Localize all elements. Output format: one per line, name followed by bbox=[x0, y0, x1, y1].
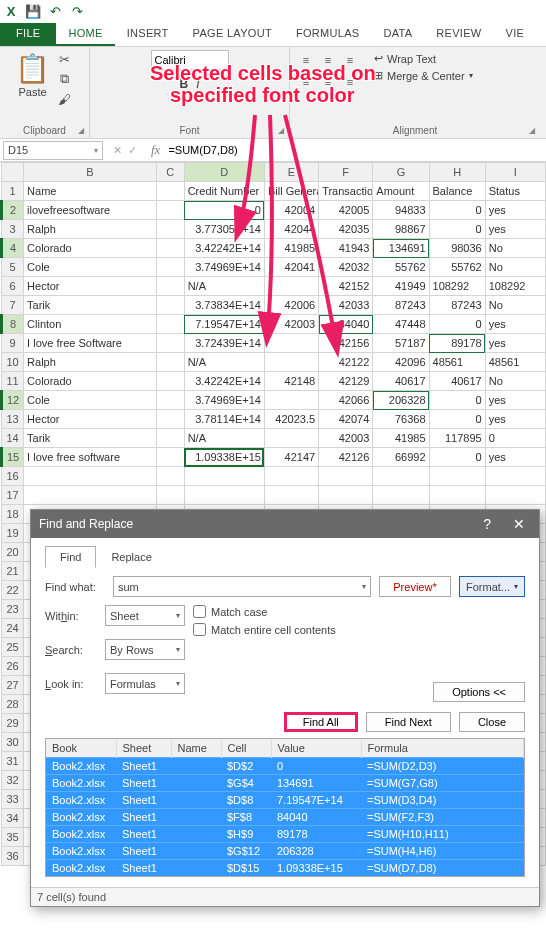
cell[interactable]: 42066 bbox=[319, 391, 373, 410]
cell[interactable]: Hector bbox=[24, 277, 156, 296]
align-middle-icon[interactable]: ≡ bbox=[318, 50, 338, 70]
cell[interactable]: 84040 bbox=[319, 315, 373, 334]
cell[interactable]: 89178 bbox=[429, 334, 485, 353]
cell[interactable]: I love free software bbox=[24, 448, 156, 467]
find-all-button[interactable]: Find All bbox=[284, 712, 358, 732]
select-all-corner[interactable] bbox=[2, 163, 24, 182]
cell[interactable]: I love free Software bbox=[24, 334, 156, 353]
cell[interactable]: N/A bbox=[184, 429, 264, 448]
col-header-f[interactable]: F bbox=[319, 163, 373, 182]
result-row[interactable]: Book2.xlsxSheet1$H$989178=SUM(H10,H11) bbox=[46, 825, 524, 842]
match-case-checkbox[interactable]: Match case bbox=[193, 605, 336, 618]
cell[interactable]: Clinton bbox=[24, 315, 156, 334]
cell[interactable] bbox=[156, 448, 184, 467]
tab-find[interactable]: Find bbox=[45, 546, 96, 568]
cell[interactable]: 48561 bbox=[429, 353, 485, 372]
cell[interactable] bbox=[156, 277, 184, 296]
options-button[interactable]: Options << bbox=[433, 682, 525, 702]
cut-icon[interactable]: ✂ bbox=[55, 50, 75, 68]
cell[interactable] bbox=[264, 486, 318, 505]
cell[interactable]: 0 bbox=[429, 201, 485, 220]
cell[interactable]: 42023.5 bbox=[264, 410, 318, 429]
cell[interactable] bbox=[264, 334, 318, 353]
cell[interactable]: Hector bbox=[24, 410, 156, 429]
cell[interactable]: Bill Generated bbox=[264, 182, 318, 201]
cell[interactable]: 42003 bbox=[264, 315, 318, 334]
col-header-c[interactable]: C bbox=[156, 163, 184, 182]
name-box[interactable]: D15 ▾ bbox=[3, 141, 103, 160]
cell[interactable]: 42033 bbox=[319, 296, 373, 315]
cell[interactable]: 0 bbox=[429, 315, 485, 334]
row-header[interactable]: 16 bbox=[2, 467, 24, 486]
row-header[interactable]: 25 bbox=[2, 638, 24, 657]
cell[interactable]: 87243 bbox=[373, 296, 429, 315]
cell[interactable]: 42032 bbox=[319, 258, 373, 277]
italic-button[interactable]: I bbox=[194, 77, 201, 91]
cell[interactable] bbox=[156, 258, 184, 277]
row-header[interactable]: 20 bbox=[2, 543, 24, 562]
close-button[interactable]: Close bbox=[459, 712, 525, 732]
row-header[interactable]: 12 bbox=[2, 391, 24, 410]
format-button[interactable]: Format... ▾ bbox=[459, 576, 525, 597]
row-header[interactable]: 18 bbox=[2, 505, 24, 524]
cell[interactable]: 41985 bbox=[264, 239, 318, 258]
cell[interactable]: 42041 bbox=[264, 258, 318, 277]
cell[interactable] bbox=[264, 429, 318, 448]
cell[interactable]: 42006 bbox=[264, 296, 318, 315]
cell[interactable]: 0 bbox=[429, 410, 485, 429]
cell[interactable]: Tarik bbox=[24, 429, 156, 448]
find-what-input[interactable]: sum ▾ bbox=[113, 576, 371, 597]
tab-formulas[interactable]: FORMULAS bbox=[284, 23, 372, 46]
row-header[interactable]: 11 bbox=[2, 372, 24, 391]
cell[interactable]: Cole bbox=[24, 258, 156, 277]
cell[interactable] bbox=[264, 467, 318, 486]
tab-review[interactable]: REVIEW bbox=[424, 23, 493, 46]
undo-icon[interactable]: ↶ bbox=[47, 4, 63, 20]
merge-center-button[interactable]: ⊞ Merge & Center ▾ bbox=[370, 67, 477, 84]
cell[interactable]: 42148 bbox=[264, 372, 318, 391]
results-col-name[interactable]: Name bbox=[171, 739, 221, 757]
tab-file[interactable]: FILE bbox=[0, 23, 56, 46]
result-row[interactable]: Book2.xlsxSheet1$G$4134691=SUM(G7,G8) bbox=[46, 774, 524, 791]
cell[interactable]: N/A bbox=[184, 277, 264, 296]
col-header-e[interactable]: E bbox=[264, 163, 318, 182]
chevron-down-icon[interactable]: ▾ bbox=[362, 582, 366, 591]
result-row[interactable]: Book2.xlsxSheet1$F$884040=SUM(F2,F3) bbox=[46, 808, 524, 825]
cell[interactable]: 41985 bbox=[373, 429, 429, 448]
cell[interactable] bbox=[156, 201, 184, 220]
cell[interactable]: 0 bbox=[485, 429, 545, 448]
row-header[interactable]: 31 bbox=[2, 752, 24, 771]
cell[interactable] bbox=[264, 353, 318, 372]
cell[interactable]: 42129 bbox=[319, 372, 373, 391]
row-header[interactable]: 15 bbox=[2, 448, 24, 467]
cell[interactable]: 117895 bbox=[429, 429, 485, 448]
cell[interactable]: 40617 bbox=[373, 372, 429, 391]
cell[interactable]: 3.77305E+14 bbox=[184, 220, 264, 239]
cell[interactable]: 42096 bbox=[373, 353, 429, 372]
cell[interactable]: 42152 bbox=[319, 277, 373, 296]
row-header[interactable]: 30 bbox=[2, 733, 24, 752]
row-header[interactable]: 32 bbox=[2, 771, 24, 790]
cell[interactable] bbox=[373, 467, 429, 486]
cell[interactable]: Tarik bbox=[24, 296, 156, 315]
cell[interactable]: Ralph bbox=[24, 353, 156, 372]
find-next-button[interactable]: Find Next bbox=[366, 712, 451, 732]
cell[interactable]: Colorado bbox=[24, 372, 156, 391]
cell[interactable]: 3.74969E+14 bbox=[184, 258, 264, 277]
cell[interactable]: 42156 bbox=[319, 334, 373, 353]
cell[interactable]: 55762 bbox=[373, 258, 429, 277]
row-header[interactable]: 28 bbox=[2, 695, 24, 714]
tab-view[interactable]: VIE bbox=[494, 23, 537, 46]
cell[interactable]: 3.42242E+14 bbox=[184, 372, 264, 391]
align-bottom-icon[interactable]: ≡ bbox=[340, 50, 360, 70]
cell[interactable]: No bbox=[485, 258, 545, 277]
cell[interactable] bbox=[184, 486, 264, 505]
cell[interactable]: yes bbox=[485, 315, 545, 334]
cell[interactable]: 41943 bbox=[319, 239, 373, 258]
cell[interactable] bbox=[373, 486, 429, 505]
col-header-d[interactable]: D bbox=[184, 163, 264, 182]
row-header[interactable]: 13 bbox=[2, 410, 24, 429]
row-header[interactable]: 19 bbox=[2, 524, 24, 543]
tab-replace[interactable]: Replace bbox=[96, 546, 166, 568]
cell[interactable] bbox=[156, 353, 184, 372]
